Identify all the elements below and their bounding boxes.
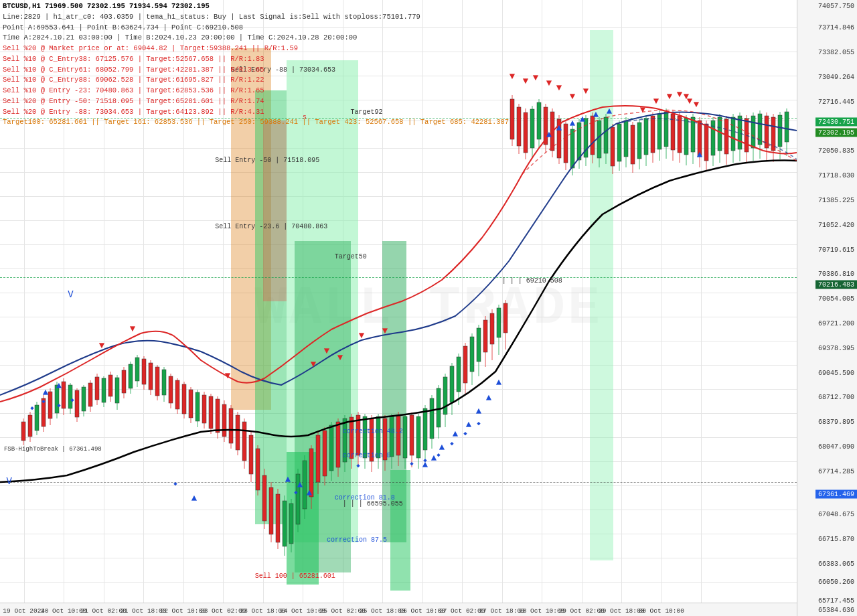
chart-container: WALL TRADE BTCUSD,H1 71969.500 72302.195… (0, 0, 857, 616)
correction-e-label: correction E (343, 452, 391, 459)
price-68047: 68047.090 (818, 443, 854, 451)
time-23oct-02: 23 Oct 02:00 (200, 607, 246, 615)
price-70386: 70386.810 (818, 271, 854, 278)
time-27oct-02: 27 Oct 02:00 (439, 607, 485, 615)
svg-text:▼: ▼ (337, 352, 343, 363)
price-70719: 70719.615 (818, 246, 854, 253)
svg-text:▲: ▲ (486, 392, 492, 403)
price-72302-highlight: 72302.195 (815, 128, 857, 137)
price-72430-highlight: 72430.751 (815, 118, 857, 127)
svg-text:◆: ◆ (70, 397, 74, 404)
time-21oct-18: 21 Oct 18:00 (121, 607, 166, 615)
svg-text:▲: ▲ (697, 149, 703, 160)
svg-text:▲: ▲ (56, 380, 62, 391)
svg-text:▼: ▼ (694, 99, 700, 110)
price-65717: 65717.455 (818, 597, 854, 605)
sell-entry-23-label: Sell Entry -23.6 | 70480.863 (215, 223, 327, 230)
info-targets: Target100: 65281.601 || Target 161: 6285… (3, 117, 509, 128)
price-69721: 69721.200 (818, 320, 854, 327)
svg-text:◆: ◆ (423, 457, 427, 464)
svg-text:▲: ▲ (546, 129, 552, 140)
svg-text:▲: ▲ (607, 106, 613, 117)
price-70054: 70054.005 (818, 295, 854, 303)
svg-text:▼: ▼ (324, 345, 330, 356)
info-line4: Time A:2024.10.21 03:00:00 | Time B:2024… (3, 33, 509, 44)
svg-text:▼: ▼ (523, 76, 529, 86)
price-66383: 66383.065 (818, 560, 854, 567)
svg-text:▲: ▲ (556, 123, 562, 133)
time-26oct-10: 26 Oct 10:00 (399, 607, 445, 615)
time-22oct-10: 22 Oct 10:00 (160, 607, 206, 615)
svg-text:◆: ◆ (173, 481, 177, 487)
price-65384: 65384.636 (818, 606, 854, 613)
svg-text:▼: ▼ (130, 323, 136, 334)
svg-text:▲: ▲ (297, 479, 303, 490)
price-67048: 67048.675 (818, 511, 854, 518)
time-20oct-10: 20 Oct 10:00 (41, 607, 86, 615)
price-67714: 67714.285 (818, 467, 854, 475)
correction-875-label: correction 87.5 (327, 536, 387, 544)
svg-text:◆: ◆ (437, 452, 441, 459)
svg-text:▲: ▲ (570, 118, 576, 129)
svg-text:▼: ▼ (533, 72, 539, 83)
price-66715: 66715.870 (818, 536, 854, 543)
svg-text:▼: ▼ (640, 104, 646, 115)
svg-text:▼: ▼ (99, 340, 105, 351)
price-67361-highlight: 67361.469 (815, 489, 857, 498)
svg-text:▼: ▼ (225, 370, 231, 381)
point-c-label: | | | 69210.508 (502, 277, 562, 285)
info-line6: Sell %10 @ C_Entry38: 67125.576 | Target… (3, 54, 509, 65)
fsb-label: FSB-HighToBreak | 67361.498 (4, 446, 102, 453)
svg-text:◆: ◆ (463, 431, 467, 437)
info-line11: Sell %20 @ Entry -88: 73034.653 | Target… (3, 107, 509, 118)
sell-entry-50-label: Sell Entry -50 | 71518.095 (215, 157, 319, 164)
info-line7: Sell %10 @ C_Entry61: 68052.799 | Target… (3, 65, 509, 76)
time-30oct-10: 30 Oct 10:00 (638, 607, 684, 615)
target50-label: Target50 (335, 253, 367, 260)
time-21oct-02: 21 Oct 02:00 (80, 607, 126, 615)
price-71385: 71385.225 (818, 197, 854, 204)
time-25oct-02: 25 Oct 02:00 (319, 607, 365, 615)
time-29oct-02: 29 Oct 02:00 (558, 607, 604, 615)
svg-text:▼: ▼ (382, 325, 388, 336)
svg-text:▲: ▲ (307, 487, 313, 498)
sell100-label: Sell 100 | 65281.601 (255, 572, 335, 580)
time-23oct-18: 23 Oct 18:00 (240, 607, 285, 615)
svg-text:▲: ▲ (191, 493, 198, 504)
price-66050: 66050.260 (818, 579, 854, 586)
svg-text:◆: ◆ (30, 405, 34, 412)
svg-text:▼: ▼ (570, 91, 576, 102)
price-73049: 73049.264 (818, 74, 854, 81)
info-line3: Point A:69553.641 | Point B:63624.734 | … (3, 23, 509, 33)
svg-text:▼: ▼ (583, 86, 589, 96)
price-73382: 73382.055 (818, 49, 854, 56)
svg-text:▼: ▼ (359, 330, 365, 341)
time-29oct-18: 29 Oct 18:00 (599, 607, 644, 615)
price-72050: 72050.835 (818, 147, 854, 155)
time-24oct-10: 24 Oct 10:00 (280, 607, 325, 615)
svg-text:▲: ▲ (496, 377, 502, 388)
info-line9: Sell %10 @ Entry -23: 70480.863 | Target… (3, 86, 509, 96)
svg-text:◆: ◆ (356, 463, 360, 469)
svg-text:▼: ▼ (556, 82, 562, 93)
svg-text:◆: ◆ (42, 398, 46, 405)
svg-text:▼: ▼ (677, 89, 683, 100)
time-27oct-18: 27 Oct 18:00 (479, 607, 524, 615)
svg-text:▲: ▲ (476, 406, 482, 416)
price-74057: 74057.750 (818, 3, 854, 10)
info-line10: Sell %20 @ Entry -50: 71518.095 | Target… (3, 96, 509, 107)
price-70216-highlight: 70216.483 (815, 281, 857, 289)
svg-text:◆: ◆ (57, 402, 61, 409)
v-label-2: V (7, 476, 12, 487)
svg-text:▼: ▼ (510, 71, 516, 82)
svg-text:◆: ◆ (410, 461, 414, 467)
point-price-label: | | | 66595.055 (343, 500, 403, 508)
price-axis: 74057.750 73714.846 73382.055 73049.264 … (797, 0, 857, 616)
svg-text:▼: ▼ (546, 78, 552, 88)
svg-text:▼: ▼ (311, 359, 317, 370)
svg-text:▲: ▲ (466, 419, 472, 430)
time-25oct-18: 25 Oct 18:00 (360, 607, 405, 615)
price-68712: 68712.700 (818, 394, 854, 401)
price-71052: 71052.420 (818, 221, 854, 228)
svg-text:▲: ▲ (580, 114, 586, 125)
